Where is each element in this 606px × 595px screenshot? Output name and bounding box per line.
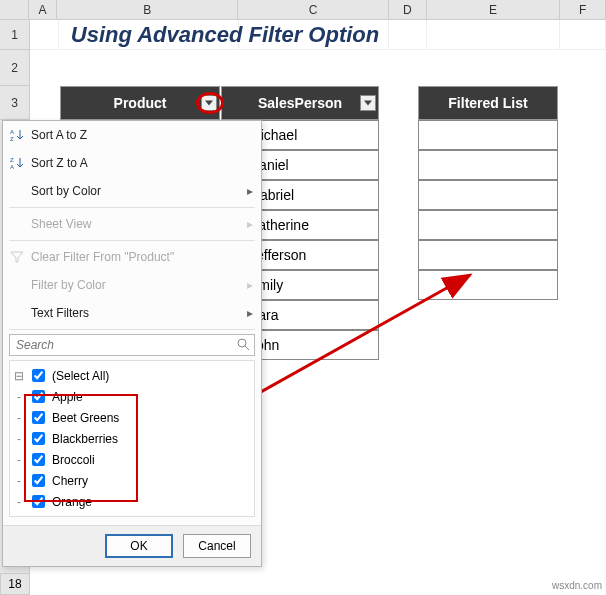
chevron-right-icon: ▸ bbox=[247, 278, 253, 292]
filter-item-label: Orange bbox=[52, 495, 92, 509]
clear-filter-icon bbox=[9, 249, 25, 265]
watermark: wsxdn.com bbox=[552, 580, 602, 591]
menu-sort-asc-label: Sort A to Z bbox=[31, 128, 87, 142]
menu-sort-asc[interactable]: AZ Sort A to Z bbox=[3, 121, 261, 149]
svg-line-6 bbox=[245, 346, 249, 350]
filter-item-label: Cherry bbox=[52, 474, 88, 488]
menu-sheet-view: Sheet View ▸ bbox=[3, 210, 261, 238]
menu-text-filters[interactable]: Text Filters ▸ bbox=[3, 299, 261, 327]
row-1[interactable]: 1 bbox=[0, 20, 29, 50]
menu-filter-by-color: Filter by Color ▸ bbox=[3, 271, 261, 299]
svg-point-5 bbox=[238, 339, 246, 347]
cell-filtered-4[interactable] bbox=[418, 210, 558, 240]
cell-filtered-1[interactable] bbox=[418, 120, 558, 150]
row-2[interactable]: 2 bbox=[0, 50, 29, 86]
filter-tree: ⊟ (Select All) -Apple -Beet Greens -Blac… bbox=[9, 360, 255, 517]
filter-search[interactable] bbox=[9, 334, 255, 356]
filter-item[interactable]: -Cherry bbox=[14, 470, 250, 491]
col-B[interactable]: B bbox=[57, 0, 238, 19]
menu-sort-desc-label: Sort Z to A bbox=[31, 156, 88, 170]
filter-item-label: (Select All) bbox=[52, 369, 109, 383]
header-salesperson: SalesPerson bbox=[221, 86, 379, 120]
header-filtered-list-label: Filtered List bbox=[448, 95, 527, 111]
filter-item[interactable]: -Beet Greens bbox=[14, 407, 250, 428]
menu-clear-filter: Clear Filter From "Product" bbox=[3, 243, 261, 271]
cell-filtered-2[interactable] bbox=[418, 150, 558, 180]
chevron-right-icon: ▸ bbox=[247, 306, 253, 320]
sort-asc-icon: AZ bbox=[9, 127, 25, 143]
filter-item-label: Beet Greens bbox=[52, 411, 119, 425]
page-title: Using Advanced Filter Option bbox=[60, 22, 390, 48]
separator bbox=[9, 329, 255, 330]
cell-filtered-5[interactable] bbox=[418, 240, 558, 270]
header-product-label: Product bbox=[114, 95, 167, 111]
checkbox[interactable] bbox=[32, 474, 45, 487]
checkbox[interactable] bbox=[32, 390, 45, 403]
filter-item-select-all[interactable]: ⊟ (Select All) bbox=[14, 365, 250, 386]
separator bbox=[9, 240, 255, 241]
filter-item[interactable]: -Orange bbox=[14, 491, 250, 512]
cell-filtered-6[interactable] bbox=[418, 270, 558, 300]
svg-text:A: A bbox=[10, 129, 14, 135]
filter-dropdown-salesperson[interactable] bbox=[360, 95, 376, 111]
tree-toggle-icon: ⊟ bbox=[14, 369, 24, 383]
filter-item[interactable]: -Broccoli bbox=[14, 449, 250, 470]
filter-item-label: Blackberries bbox=[52, 432, 118, 446]
cell-filtered-3[interactable] bbox=[418, 180, 558, 210]
search-icon bbox=[236, 337, 250, 354]
dialog-buttons: OK Cancel bbox=[3, 525, 261, 566]
filter-item[interactable]: -Blackberries bbox=[14, 428, 250, 449]
header-salesperson-label: SalesPerson bbox=[258, 95, 342, 111]
col-F[interactable]: F bbox=[560, 0, 606, 19]
sort-desc-icon: ZA bbox=[9, 155, 25, 171]
checkbox-select-all[interactable] bbox=[32, 369, 45, 382]
cancel-button[interactable]: Cancel bbox=[183, 534, 251, 558]
filter-item-label: Broccoli bbox=[52, 453, 95, 467]
header-product: Product bbox=[60, 86, 220, 120]
col-D[interactable]: D bbox=[389, 0, 427, 19]
svg-text:Z: Z bbox=[10, 157, 14, 163]
menu-sort-by-color[interactable]: Sort by Color ▸ bbox=[3, 177, 261, 205]
filter-item[interactable]: -Apple bbox=[14, 386, 250, 407]
chevron-right-icon: ▸ bbox=[247, 217, 253, 231]
col-C[interactable]: C bbox=[238, 0, 389, 19]
row-3[interactable]: 3 bbox=[0, 86, 29, 120]
filter-menu: AZ Sort A to Z ZA Sort Z to A Sort by Co… bbox=[2, 120, 262, 567]
menu-sort-color-label: Sort by Color bbox=[31, 184, 101, 198]
menu-sort-desc[interactable]: ZA Sort Z to A bbox=[3, 149, 261, 177]
checkbox[interactable] bbox=[32, 495, 45, 508]
svg-text:Z: Z bbox=[10, 136, 14, 142]
column-headers: A B C D E F bbox=[0, 0, 606, 20]
separator bbox=[9, 207, 255, 208]
svg-text:A: A bbox=[10, 164, 14, 170]
menu-clear-filter-label: Clear Filter From "Product" bbox=[31, 250, 174, 264]
chevron-right-icon: ▸ bbox=[247, 184, 253, 198]
filter-search-input[interactable] bbox=[14, 337, 236, 353]
col-E[interactable]: E bbox=[427, 0, 560, 19]
checkbox[interactable] bbox=[32, 453, 45, 466]
menu-text-filters-label: Text Filters bbox=[31, 306, 89, 320]
menu-sheet-view-label: Sheet View bbox=[31, 217, 92, 231]
col-A[interactable]: A bbox=[29, 0, 58, 19]
ok-button[interactable]: OK bbox=[105, 534, 173, 558]
row-18[interactable]: 18 bbox=[0, 573, 30, 595]
header-filtered-list: Filtered List bbox=[418, 86, 558, 120]
filter-item-label: Apple bbox=[52, 390, 83, 404]
checkbox[interactable] bbox=[32, 411, 45, 424]
filter-dropdown-product[interactable] bbox=[201, 95, 217, 111]
menu-filter-color-label: Filter by Color bbox=[31, 278, 106, 292]
checkbox[interactable] bbox=[32, 432, 45, 445]
